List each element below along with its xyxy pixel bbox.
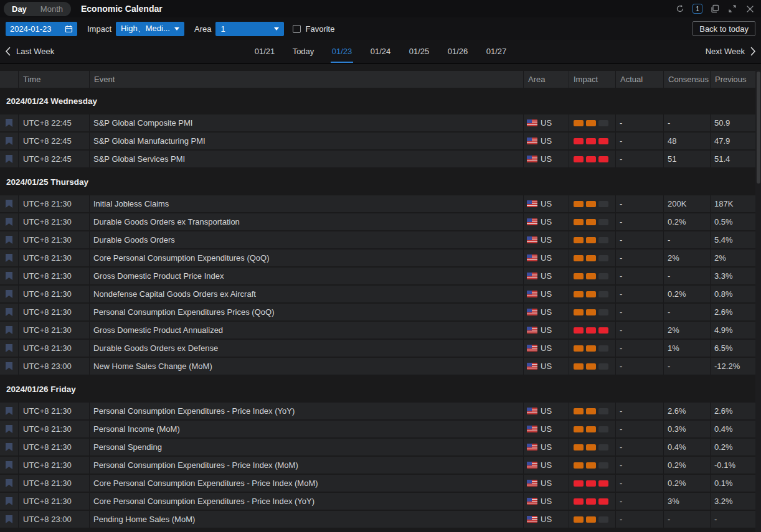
table-row[interactable]: UTC+8 21:30Personal SpendingUS-0.4%0.2% <box>0 439 755 455</box>
bookmark-icon[interactable] <box>6 479 12 487</box>
tab-day[interactable]: Day <box>5 2 34 16</box>
bookmark-icon[interactable] <box>6 407 12 415</box>
us-flag-icon <box>527 273 537 279</box>
favorite-filter[interactable]: Favorite <box>293 24 334 34</box>
bookmark-icon[interactable] <box>6 362 12 370</box>
table-row[interactable]: UTC+8 21:30Durable Goods Orders ex Defen… <box>0 340 755 357</box>
last-week-button[interactable]: Last Week <box>5 47 54 56</box>
bookmark-icon[interactable] <box>6 326 12 334</box>
table-row[interactable]: UTC+8 21:30Nondefense Capital Goods Orde… <box>0 286 755 302</box>
impact-dropdown[interactable]: High、Medi... <box>116 22 184 36</box>
expand-icon[interactable] <box>727 4 737 14</box>
table-row[interactable]: UTC+8 23:00New Home Sales Change (MoM)US… <box>0 358 755 375</box>
week-day-tab[interactable]: 01/27 <box>477 40 516 63</box>
table-row[interactable]: UTC+8 23:00Pending Home Sales (MoM)US--- <box>0 511 755 528</box>
close-icon[interactable] <box>745 4 755 14</box>
duplicate-icon[interactable] <box>710 4 720 14</box>
favorite-checkbox[interactable] <box>293 25 301 33</box>
back-to-today-button[interactable]: Back to today <box>692 21 755 36</box>
impact-bar <box>574 462 584 469</box>
table-row[interactable]: UTC+8 21:30Gross Domestic Product Annual… <box>0 322 755 338</box>
area-label: US <box>541 343 552 353</box>
consensus-cell: - <box>663 114 710 131</box>
impact-bar <box>598 444 608 450</box>
table-row[interactable]: UTC+8 21:30Core Personal Consumption Exp… <box>0 250 755 266</box>
impact-cell <box>569 114 615 131</box>
week-day-tab[interactable]: 01/23 <box>323 40 361 63</box>
refresh-icon[interactable] <box>675 4 685 14</box>
bookmark-icon[interactable] <box>6 308 12 316</box>
week-day-tab[interactable]: 01/26 <box>438 40 477 63</box>
area-dropdown[interactable]: 1 <box>215 22 284 36</box>
table-row[interactable]: UTC+8 21:30Personal Consumption Expendit… <box>0 403 755 419</box>
table-row[interactable]: UTC+8 21:30Personal Consumption Expendit… <box>0 457 755 474</box>
table-row[interactable]: UTC+8 21:30Personal Income (MoM)US-0.3%0… <box>0 421 755 437</box>
impact-bar <box>598 120 608 126</box>
table-row[interactable]: UTC+8 21:30Personal Consumption Expendit… <box>0 304 755 320</box>
actual-cell: - <box>615 268 663 284</box>
bookmark-icon[interactable] <box>6 425 12 433</box>
impact-bar <box>586 273 596 279</box>
bookmark-icon[interactable] <box>6 461 12 469</box>
bookmark-icon[interactable] <box>6 272 12 280</box>
table-row[interactable]: UTC+8 21:30Initial Jobless ClaimsUS-200K… <box>0 195 755 212</box>
bookmark-icon[interactable] <box>6 254 12 262</box>
week-day-tab[interactable]: 01/25 <box>400 40 438 63</box>
actual-cell: - <box>615 114 663 131</box>
scrollbar[interactable] <box>755 70 761 532</box>
impact-bar <box>598 156 608 162</box>
bookmark-icon[interactable] <box>6 218 12 226</box>
table-row[interactable]: UTC+8 21:30Core Personal Consumption Exp… <box>0 475 755 492</box>
table-row[interactable]: UTC+8 21:30Durable Goods OrdersUS--5.4% <box>0 231 755 248</box>
table-row[interactable]: UTC+8 21:30Durable Goods Orders ex Trans… <box>0 213 755 230</box>
flag-canton <box>527 426 532 429</box>
bookmark-icon[interactable] <box>6 137 12 145</box>
bookmark-icon[interactable] <box>6 443 12 451</box>
date-picker-input[interactable]: 2024-01-23 <box>6 22 77 36</box>
us-flag-icon <box>527 363 537 370</box>
bookmark-cell <box>0 475 18 492</box>
table-row[interactable]: UTC+8 21:30Core Personal Consumption Exp… <box>0 493 755 510</box>
us-flag-icon <box>527 480 537 487</box>
table-row[interactable]: UTC+8 22:45S&P Global Services PMIUS-515… <box>0 151 755 167</box>
actual-cell: - <box>615 286 663 302</box>
bookmark-icon[interactable] <box>6 200 12 208</box>
table-row[interactable]: UTC+8 22:45S&P Global Manufacturing PMIU… <box>0 133 755 149</box>
scrollbar-thumb[interactable] <box>757 72 760 184</box>
previous-cell: 0.5% <box>710 213 755 230</box>
table-row[interactable]: UTC+8 21:30Gross Domestic Product Price … <box>0 268 755 284</box>
impact-bar <box>574 363 584 370</box>
week-day-tab[interactable]: Today <box>284 40 323 63</box>
impact-bar <box>574 480 584 487</box>
table-header: TimeEventAreaImpactActualConsensusPrevio… <box>0 71 755 88</box>
actual-cell: - <box>615 421 663 437</box>
bookmark-icon[interactable] <box>6 155 12 163</box>
previous-cell: 187K <box>710 195 755 212</box>
next-week-button[interactable]: Next Week <box>706 47 756 56</box>
impact-bar <box>574 291 584 297</box>
area-label: US <box>541 442 552 452</box>
event-cell: Durable Goods Orders ex Defense <box>89 340 523 357</box>
previous-cell: 0.4% <box>710 421 755 437</box>
us-flag-icon <box>527 345 537 352</box>
bookmark-icon[interactable] <box>6 119 12 127</box>
impact-cell <box>569 250 615 266</box>
bookmark-icon[interactable] <box>6 236 12 244</box>
impact-bar <box>586 408 596 414</box>
bookmark-icon[interactable] <box>6 344 12 352</box>
actual-cell: - <box>615 511 663 528</box>
area-cell: US <box>523 475 569 492</box>
flag-canton <box>527 236 532 240</box>
week-day-tab[interactable]: 01/21 <box>245 40 284 63</box>
tab-month[interactable]: Month <box>34 2 70 16</box>
bookmark-icon[interactable] <box>6 497 12 505</box>
panel-number-icon[interactable]: 1 <box>692 4 702 14</box>
actual-cell: - <box>615 231 663 248</box>
table-row[interactable]: UTC+8 22:45S&P Global Composite PMIUS--5… <box>0 114 755 131</box>
week-day-tab[interactable]: 01/24 <box>361 40 400 63</box>
time-cell: UTC+8 23:00 <box>18 511 89 528</box>
bookmark-icon[interactable] <box>6 515 12 523</box>
previous-cell: - <box>710 511 755 528</box>
consensus-cell: 3% <box>663 493 710 510</box>
bookmark-icon[interactable] <box>6 290 12 298</box>
